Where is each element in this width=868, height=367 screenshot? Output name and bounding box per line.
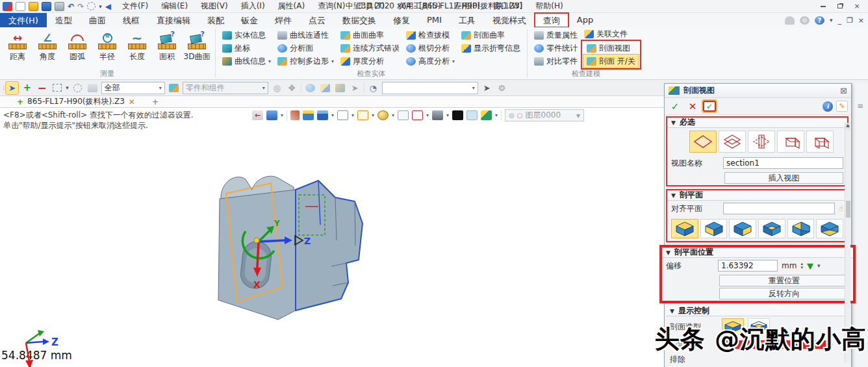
btn-undercut-analysis[interactable]: 根切分析: [403, 42, 458, 55]
plane-half-left-button[interactable]: [787, 219, 815, 238]
tab-surface[interactable]: 曲面: [81, 13, 114, 27]
btn-mass-properties[interactable]: 质量属性: [531, 29, 581, 42]
plane-half-top-button[interactable]: [758, 219, 785, 238]
plane-xz-button[interactable]: [700, 219, 728, 238]
menu-view[interactable]: 视图(V): [195, 0, 234, 12]
column-filter-2-icon[interactable]: [319, 82, 331, 94]
btn-continuity-error[interactable]: 连续方式错误: [337, 42, 403, 55]
side-panel-handle-icon[interactable]: ≡: [857, 101, 863, 110]
reset-position-button[interactable]: 重置位置: [719, 275, 849, 286]
collapse-icon[interactable]: ▼: [671, 120, 676, 126]
info-button[interactable]: i: [823, 101, 833, 112]
save-icon[interactable]: [42, 2, 51, 11]
offset-expression-icon[interactable]: ▼: [807, 261, 813, 271]
sketch-icon[interactable]: [290, 110, 300, 120]
wireframe-view-icon[interactable]: [337, 110, 348, 120]
shaded-view-icon[interactable]: [303, 110, 314, 120]
align-plane-input[interactable]: [723, 203, 835, 214]
lasso-select-icon[interactable]: [71, 82, 84, 94]
btn-compare-parts[interactable]: 对比零件: [531, 55, 581, 68]
tab-pin-icon[interactable]: +: [17, 97, 23, 107]
pick-tool-icon[interactable]: ➤: [6, 82, 18, 94]
tab-file[interactable]: 文件(H): [0, 13, 47, 27]
scope-dropdown[interactable]: 全部▾: [101, 82, 165, 94]
display-mode-icon[interactable]: [432, 110, 443, 120]
btn-control-polygon[interactable]: 控制多边形▾: [274, 55, 337, 68]
menu-applications[interactable]: 应用(P): [448, 0, 486, 12]
tab-app[interactable]: App: [568, 13, 602, 27]
zoom-sphere-icon[interactable]: [377, 110, 389, 120]
btn-part-statistics[interactable]: 零件统计: [531, 42, 581, 55]
named-selection-dropdown[interactable]: ▾: [382, 82, 478, 94]
selection-mode-icon[interactable]: [87, 2, 96, 10]
menu-window[interactable]: 窗口(W): [487, 0, 528, 12]
background-black-icon[interactable]: [452, 110, 463, 120]
view-orientation-dropdown-icon[interactable]: ▾: [331, 112, 334, 118]
dropdown-icon[interactable]: ▾: [268, 58, 271, 64]
layer-dropdown[interactable]: ◎ ○ 图层0000 ▾: [505, 109, 584, 121]
btn-analyze-face[interactable]: 分析面: [274, 42, 337, 55]
background-blue-icon[interactable]: [466, 110, 478, 120]
wireframe-dropdown-icon[interactable]: ▾: [351, 112, 354, 118]
scroll-up-icon[interactable]: ▲: [845, 123, 850, 130]
view-name-input[interactable]: [723, 157, 843, 169]
panel-header[interactable]: 剖面视图 ⊠: [665, 84, 851, 98]
section-header-required[interactable]: ▼ 必选: [667, 118, 847, 128]
collapse-icon[interactable]: ▼: [670, 308, 674, 314]
options-button[interactable]: ✎: [836, 101, 848, 112]
manual-dropdown-icon[interactable]: ▾: [281, 112, 283, 118]
section-type-three-plane-button[interactable]: [748, 131, 775, 153]
plane-yz-button[interactable]: [729, 219, 756, 238]
menu-edit[interactable]: 编辑(E): [155, 0, 194, 12]
doc-close-button[interactable]: ×: [858, 16, 864, 25]
section-type-plane-button[interactable]: [689, 131, 717, 153]
remove-selection-icon[interactable]: −: [36, 82, 48, 94]
tab-close-icon[interactable]: ✕: [129, 97, 135, 107]
section-display-dropdown-icon[interactable]: ▾: [495, 112, 498, 118]
btn-3d-surface[interactable]: ? 3D曲面: [182, 29, 212, 62]
layer-search-icon[interactable]: ○: [517, 112, 523, 119]
bounding-box-icon[interactable]: [357, 110, 368, 120]
tab-inquire[interactable]: 查询: [535, 13, 568, 27]
restore-button[interactable]: [833, 1, 847, 11]
btn-radius[interactable]: 半径: [92, 29, 122, 62]
settings-gear-icon[interactable]: [800, 16, 810, 25]
toolbar-grip[interactable]: ⁞: [3, 84, 3, 92]
offset-unit[interactable]: mm: [782, 261, 797, 270]
close-button[interactable]: ×: [850, 1, 864, 11]
btn-area[interactable]: ? 面积: [152, 29, 182, 62]
btn-curve-info[interactable]: 曲线信息▾: [219, 55, 274, 68]
menu-file[interactable]: 文件(F): [116, 0, 154, 12]
tab-visual-style[interactable]: 视觉样式: [484, 13, 535, 27]
menu-insert[interactable]: 插入(I): [235, 0, 271, 12]
btn-section-curvature[interactable]: 剖面曲率: [458, 29, 524, 42]
cloud-icon[interactable]: [785, 16, 795, 25]
section-type-box-button[interactable]: [777, 131, 804, 153]
zoom-sphere-dropdown-icon[interactable]: ▾: [392, 112, 394, 118]
btn-thickness-analysis[interactable]: 厚度分析: [337, 55, 403, 68]
tab-pmi[interactable]: PMI: [418, 13, 450, 27]
section-header-plane[interactable]: ▼ 剖平面: [667, 190, 847, 201]
pick-settings-icon[interactable]: ⚙: [496, 82, 508, 94]
model-3d[interactable]: Z X Y: [195, 162, 396, 351]
btn-angle[interactable]: ∠ 角度: [32, 29, 62, 62]
tab-data-exchange[interactable]: 数据交换: [334, 13, 385, 27]
radio-tool-icon[interactable]: ◎: [271, 82, 283, 94]
history-icon[interactable]: ◔: [367, 82, 379, 94]
btn-surface-curvature[interactable]: 曲面曲率: [337, 29, 403, 42]
apply-button[interactable]: ✓: [703, 101, 716, 112]
zoom-window-icon[interactable]: [398, 110, 409, 120]
btn-section-view[interactable]: 剖面视图: [583, 42, 639, 55]
btn-curve-connectivity[interactable]: 曲线连通性: [274, 29, 337, 42]
add-selection-icon[interactable]: +: [21, 82, 33, 94]
tab-point-cloud[interactable]: 点云: [300, 13, 334, 27]
speaker-icon[interactable]: ◀: [105, 2, 111, 11]
plane-xy-button[interactable]: [671, 219, 698, 238]
menu-attributes[interactable]: 属性(A): [272, 0, 311, 12]
btn-bend-info[interactable]: 显示折弯信息: [458, 42, 524, 55]
tab-shape[interactable]: 造型: [47, 13, 81, 27]
dropdown-icon[interactable]: ▾: [452, 58, 455, 64]
section-header-display-control[interactable]: ▼ 显示控制: [666, 306, 849, 316]
btn-height-analysis[interactable]: 高度分析▾: [403, 55, 458, 68]
help-icon[interactable]: ?: [815, 16, 824, 25]
